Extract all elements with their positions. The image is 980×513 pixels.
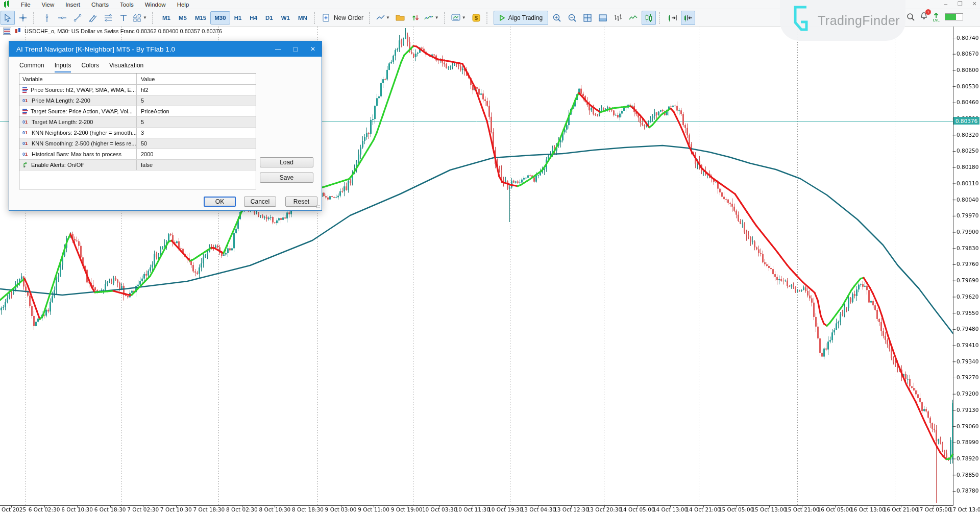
- buy-sell-arrows-icon[interactable]: [408, 11, 423, 25]
- text-icon[interactable]: [116, 11, 131, 25]
- table-row[interactable]: Enable Alerts: On/Off false: [19, 160, 256, 170]
- save-button[interactable]: Save: [260, 173, 313, 183]
- dialog-restore-icon[interactable]: ▢: [287, 41, 304, 57]
- row-value[interactable]: 3: [136, 128, 255, 138]
- row-value[interactable]: 5: [136, 95, 255, 106]
- indicators-icon[interactable]: ▼: [424, 11, 441, 25]
- tab-inputs[interactable]: Inputs: [55, 62, 71, 72]
- shift-end-icon[interactable]: [666, 11, 680, 25]
- timeframe-d1[interactable]: D1: [261, 11, 277, 25]
- menu-window[interactable]: Window: [139, 2, 172, 8]
- timeframe-mn[interactable]: MN: [294, 11, 311, 25]
- price-tick-label: 0.79270: [957, 374, 978, 380]
- bar-chart-icon[interactable]: [611, 11, 625, 25]
- timeframe-m15[interactable]: M15: [191, 11, 210, 25]
- menu-help[interactable]: Help: [172, 2, 195, 8]
- table-row[interactable]: 01Price MA Length: 2-200 5: [19, 95, 256, 106]
- new-order-icon[interactable]: [321, 11, 332, 25]
- time-tick-label: 10 Oct 11:30: [455, 506, 489, 512]
- row-value[interactable]: PriceAction: [136, 106, 255, 116]
- window-restore-icon[interactable]: ❐: [957, 1, 964, 7]
- cursor-icon[interactable]: [1, 11, 15, 25]
- chart-type-icon[interactable]: ▼: [376, 11, 392, 25]
- window-close-icon[interactable]: ✕: [971, 1, 978, 7]
- ok-button[interactable]: OK: [204, 197, 236, 207]
- tab-visualization[interactable]: Visualization: [109, 62, 143, 72]
- tab-colors[interactable]: Colors: [81, 62, 99, 72]
- time-tick-label: 9 Oct 11:00: [358, 506, 389, 512]
- tile-windows-icon[interactable]: [580, 11, 595, 25]
- chart-window-icon[interactable]: [14, 28, 21, 34]
- lvl-icon[interactable]: LVL: [933, 12, 940, 22]
- toolbar-separator: [659, 12, 663, 24]
- resize-grip[interactable]: [316, 205, 321, 209]
- timeframe-m5[interactable]: M5: [175, 11, 191, 25]
- timeframe-h4[interactable]: H4: [246, 11, 261, 25]
- table-row[interactable]: 01Historical Bars: Max bars to process 2…: [19, 149, 256, 160]
- equidistant-channel-icon[interactable]: [86, 11, 100, 25]
- table-row[interactable]: Target Source: Price Action, VWAP, Vol..…: [19, 106, 256, 117]
- menu-view[interactable]: View: [36, 2, 60, 8]
- row-value[interactable]: 50: [136, 138, 255, 149]
- price-tick-label: 0.79620: [957, 294, 978, 300]
- zoom-in-icon[interactable]: [550, 11, 564, 25]
- column-header-variable: Variable: [19, 76, 136, 82]
- dialog-minimize-icon[interactable]: —: [270, 41, 287, 57]
- tab-common[interactable]: Common: [19, 62, 44, 72]
- menu-insert[interactable]: Insert: [60, 2, 86, 8]
- search-icon[interactable]: [906, 13, 915, 21]
- time-axis[interactable]: 3 Oct 20256 Oct 02:306 Oct 10:306 Oct 18…: [0, 506, 980, 513]
- row-value[interactable]: false: [136, 160, 255, 170]
- cancel-button[interactable]: Cancel: [244, 197, 276, 207]
- depth-of-market-icon[interactable]: [3, 28, 11, 35]
- folder-icon[interactable]: [393, 11, 407, 25]
- table-row[interactable]: Price Source: hl2, VWAP, SMA, WMA, E... …: [19, 85, 256, 95]
- toolbar-separator: [33, 12, 37, 24]
- load-button[interactable]: Load: [260, 157, 313, 167]
- inputs-table: Variable Value Price Source: hl2, VWAP, …: [19, 73, 256, 189]
- row-value[interactable]: 2000: [136, 149, 255, 159]
- notifications-icon[interactable]: 1: [920, 12, 928, 22]
- enum-icon: [22, 109, 28, 114]
- line-chart-icon[interactable]: [626, 11, 641, 25]
- price-tick-label: 0.80110: [957, 180, 978, 186]
- menu-file[interactable]: File: [15, 2, 36, 8]
- shift-back-icon[interactable]: [681, 11, 695, 25]
- new-order-button[interactable]: New Order: [334, 14, 363, 21]
- fibonacci-icon[interactable]: [101, 11, 115, 25]
- crosshair-icon[interactable]: [16, 11, 30, 25]
- menu-charts[interactable]: Charts: [86, 2, 114, 8]
- horizontal-line-icon[interactable]: [55, 11, 69, 25]
- algo-trading-button[interactable]: Algo Trading: [494, 11, 548, 25]
- price-tick-label: 0.79690: [957, 277, 978, 283]
- timeframe-w1[interactable]: W1: [277, 11, 294, 25]
- table-row[interactable]: 01KNN Smoothing: 2-500 (higher = less re…: [19, 138, 256, 149]
- bottom-panel-icon[interactable]: [596, 11, 610, 25]
- time-tick-label: 17 Oct 13:00: [949, 506, 980, 512]
- candlestick-chart-icon[interactable]: [642, 11, 656, 25]
- timeframe-h1[interactable]: H1: [230, 11, 246, 25]
- window-minimize-icon[interactable]: –: [942, 1, 949, 7]
- price-tick-label: 0.79480: [957, 326, 978, 332]
- symbol-ohlc-line: USDCHF_o, M30: US Dollar vs Swiss Franc …: [24, 28, 222, 34]
- row-value[interactable]: hl2: [136, 85, 255, 95]
- quotes-icon[interactable]: $: [469, 11, 483, 25]
- svg-text:$: $: [475, 15, 478, 21]
- price-tick-label: 0.79200: [957, 390, 978, 397]
- time-tick-label: 9 Oct 19:00: [391, 506, 423, 512]
- vertical-line-icon[interactable]: [40, 11, 54, 25]
- reset-button[interactable]: Reset: [285, 197, 317, 207]
- table-row[interactable]: 01KNN Neighbors: 2-200 (higher = smooth.…: [19, 128, 256, 138]
- row-value[interactable]: 5: [136, 117, 255, 127]
- table-row[interactable]: 01Target MA Length: 2-200 5: [19, 117, 256, 128]
- menu-tools[interactable]: Tools: [114, 2, 139, 8]
- zoom-out-icon[interactable]: [565, 11, 579, 25]
- shapes-icon[interactable]: ▼: [132, 11, 149, 25]
- timeframe-m1[interactable]: M1: [158, 11, 175, 25]
- price-axis[interactable]: 0.807400.806700.806000.805300.804600.803…: [954, 27, 979, 505]
- dialog-close-icon[interactable]: ✕: [304, 41, 322, 57]
- trendline-icon[interactable]: [70, 11, 85, 25]
- template-icon[interactable]: ▼: [451, 11, 468, 25]
- price-tick-label: 0.79410: [957, 342, 978, 348]
- timeframe-m30[interactable]: M30: [210, 11, 230, 25]
